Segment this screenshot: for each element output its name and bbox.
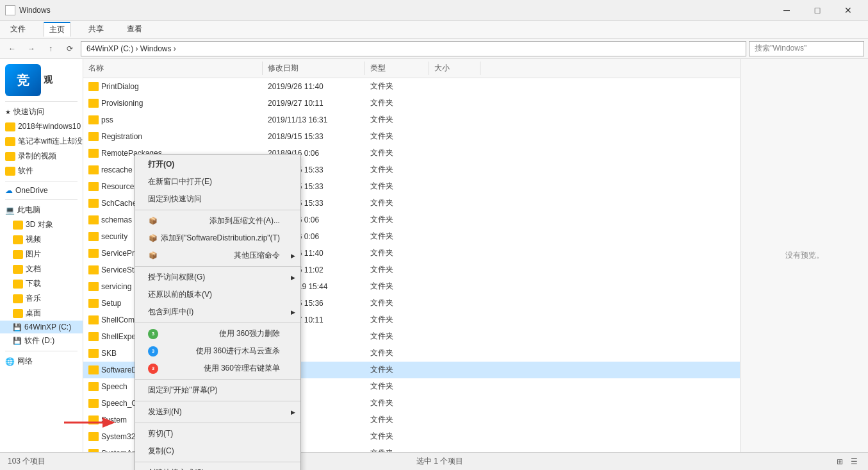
sidebar-label-music: 音乐 xyxy=(26,293,41,304)
back-button[interactable]: ← xyxy=(4,40,20,57)
context-menu-separator xyxy=(135,462,300,462)
sidebar-item-thispc[interactable]: 💻 此电脑 xyxy=(0,203,83,217)
sidebar-item-drive-d[interactable]: 💾 软件 (D:) xyxy=(0,333,83,348)
sidebar-item-drive-c[interactable]: 💾 64WinXP (C:) xyxy=(0,321,83,333)
sidebar-item-network[interactable]: 🌐 网络 xyxy=(0,354,83,369)
ribbon-tab-view[interactable]: 查看 xyxy=(122,22,147,36)
context-menu-item[interactable]: 📦添加到压缩文件(A)... xyxy=(135,212,300,230)
context-menu-item[interactable]: 剪切(T) xyxy=(135,425,300,442)
header-type[interactable]: 类型 xyxy=(365,62,429,75)
file-size xyxy=(429,369,480,371)
sidebar-item-2018[interactable]: 2018年windows10 xyxy=(0,119,83,134)
refresh-button[interactable]: ⟳ xyxy=(61,40,78,57)
header-date[interactable]: 修改日期 xyxy=(263,62,365,75)
sidebar-item-videos[interactable]: 视频 xyxy=(0,232,83,247)
context-menu-item[interactable]: 固定到快速访问 xyxy=(135,190,300,208)
file-type: 文件夹 xyxy=(365,113,429,126)
table-row[interactable]: Provisioning2019/9/27 10:11文件夹 xyxy=(83,95,740,112)
file-name-text: Resources xyxy=(101,182,138,191)
context-menu-item[interactable]: 📦其他压缩命令 xyxy=(135,247,300,264)
context-menu-item[interactable]: 授予访问权限(G) xyxy=(135,269,300,286)
sidebar-item-music[interactable]: 音乐 xyxy=(0,291,83,306)
context-menu-item-label: 使用 360管理右键菜单 xyxy=(204,363,280,374)
context-menu-item[interactable]: 📦添加到"SoftwareDistribution.zip"(T) xyxy=(135,230,300,247)
forward-button[interactable]: → xyxy=(23,40,40,57)
folder-icon-desktop xyxy=(13,309,23,318)
context-menu-item[interactable]: 复制(C) xyxy=(135,442,300,460)
search-box[interactable]: 搜索"Windows" xyxy=(749,41,864,56)
file-type: 文件夹 xyxy=(365,263,429,276)
folder-icon xyxy=(88,249,99,258)
context-menu-item-label: 复制(C) xyxy=(148,446,174,457)
sidebar-item-3d[interactable]: 3D 对象 xyxy=(0,217,83,232)
context-menu: 打开(O)在新窗口中打开(E)固定到快速访问📦添加到压缩文件(A)...📦添加到… xyxy=(135,154,301,470)
folder-icon xyxy=(88,165,99,174)
close-button[interactable]: ✕ xyxy=(833,1,863,20)
up-button[interactable]: ↑ xyxy=(42,40,59,57)
context-menu-item[interactable]: 包含到库中(I) xyxy=(135,303,300,321)
file-type: 文件夹 xyxy=(365,296,429,310)
ribbon-tab-home[interactable]: 主页 xyxy=(44,22,70,37)
view-toggle[interactable]: ⊞ ☰ xyxy=(834,456,860,467)
table-row[interactable]: PrintDialog2019/9/26 11:40文件夹 xyxy=(83,78,740,95)
sidebar-item-downloads[interactable]: 下载 xyxy=(0,276,83,291)
file-size xyxy=(429,85,480,88)
minimize-button[interactable]: ─ xyxy=(772,1,801,20)
sidebar-item-software[interactable]: 软件 xyxy=(0,164,83,178)
folder-icon xyxy=(88,99,99,108)
folder-icon xyxy=(88,82,99,91)
context-menu-item[interactable]: 打开(O) xyxy=(135,156,300,173)
folder-icon xyxy=(88,365,99,374)
ribbon-tab-share[interactable]: 共享 xyxy=(83,22,109,36)
title-bar-left: Windows xyxy=(5,5,51,15)
file-size xyxy=(429,185,480,188)
svg-marker-1 xyxy=(102,417,115,428)
sidebar-item-quickaccess[interactable]: ★ 快速访问 xyxy=(0,105,83,119)
folder-icon xyxy=(88,149,99,158)
sidebar-sep-3 xyxy=(5,199,78,200)
sidebar-item-onedrive[interactable]: ☁ OneDrive xyxy=(0,184,83,197)
folder-icon xyxy=(88,115,99,124)
sidebar-network-label: 网络 xyxy=(17,356,33,367)
context-menu-item[interactable]: 3使用 360管理右键菜单 xyxy=(135,360,300,377)
header-size[interactable]: 大小 xyxy=(429,62,480,75)
sidebar-item-documents[interactable]: 文档 xyxy=(0,262,83,276)
file-name-text: Setup xyxy=(101,299,121,308)
context-menu-item-label: 使用 360强力删除 xyxy=(219,328,280,339)
file-type: 文件夹 xyxy=(365,313,429,326)
ribbon-tab-file[interactable]: 文件 xyxy=(5,22,31,36)
window-controls: ─ □ ✕ xyxy=(772,1,863,20)
folder-icon xyxy=(88,382,99,391)
context-menu-item[interactable]: 3使用 360强力删除 xyxy=(135,325,300,342)
context-menu-item[interactable]: 在新窗口中打开(E) xyxy=(135,173,300,190)
context-menu-item[interactable]: 创建快捷方式(S) xyxy=(135,464,300,470)
sidebar-label-2018: 2018年windows10 xyxy=(18,121,81,132)
context-menu-item[interactable]: 还原以前的版本(V) xyxy=(135,286,300,303)
context-menu-item-label: 在新窗口中打开(E) xyxy=(148,176,212,187)
header-name[interactable]: 名称 xyxy=(83,62,263,75)
sidebar-label-video: 录制的视频 xyxy=(18,151,56,162)
sidebar-item-video[interactable]: 录制的视频 xyxy=(0,149,83,164)
sidebar-item-desktop[interactable]: 桌面 xyxy=(0,306,83,321)
sidebar-item-pictures[interactable]: 图片 xyxy=(0,247,83,262)
table-row[interactable]: pss2019/11/13 16:31文件夹 xyxy=(83,112,740,128)
app-logo: 竞 xyxy=(5,64,41,96)
context-menu-item[interactable]: 固定到"开始"屏幕(P) xyxy=(135,382,300,399)
table-row[interactable]: Registration2018/9/15 15:33文件夹 xyxy=(83,128,740,145)
context-menu-item[interactable]: 发送到(N) xyxy=(135,403,300,421)
folder-icon xyxy=(88,215,99,224)
file-size xyxy=(429,452,480,453)
context-menu-item[interactable]: 3使用 360进行木马云查杀 xyxy=(135,342,300,360)
maximize-button[interactable]: □ xyxy=(803,1,832,20)
sidebar-item-wifi[interactable]: 笔记本wifi连上却没 xyxy=(0,134,83,149)
folder-icon xyxy=(88,132,99,141)
sidebar-thispc-label: 此电脑 xyxy=(17,205,40,215)
sidebar-label-drive-d: 软件 (D:) xyxy=(24,335,54,346)
sidebar-label-videos: 视频 xyxy=(26,234,41,245)
folder-icon xyxy=(88,432,99,441)
file-name-text: PrintDialog xyxy=(101,82,139,91)
address-path-box[interactable]: 64WinXP (C:) › Windows › xyxy=(81,41,746,56)
sidebar: 竞 观 ★ 快速访问 2018年windows10 笔记本wifi连上却没 录制… xyxy=(0,59,83,452)
file-name-text: System32 xyxy=(101,432,135,441)
context-menu-item-label: 添加到"SoftwareDistribution.zip"(T) xyxy=(161,233,280,244)
